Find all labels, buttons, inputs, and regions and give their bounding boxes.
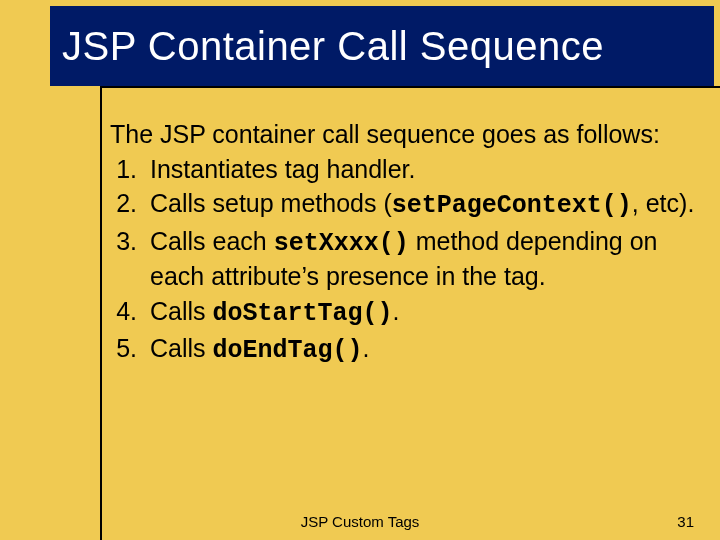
- list-item: Calls doStartTag().: [144, 295, 696, 331]
- list-item: Calls each setXxxx() method depending on…: [144, 225, 696, 293]
- slide: JSP Container Call Sequence The JSP cont…: [0, 0, 720, 540]
- item-text: .: [393, 297, 400, 325]
- code-text: setPageContext(): [392, 191, 632, 220]
- item-text: Calls each: [150, 227, 274, 255]
- item-text: .: [363, 334, 370, 362]
- item-text: Calls: [150, 334, 213, 362]
- code-text: doEndTag(): [213, 336, 363, 365]
- item-text: Calls: [150, 297, 213, 325]
- slide-title: JSP Container Call Sequence: [62, 24, 604, 69]
- code-text: doStartTag(): [213, 299, 393, 328]
- list-item: Calls setup methods (setPageContext(), e…: [144, 187, 696, 223]
- item-text: Instantiates tag handler.: [150, 155, 415, 183]
- intro-text: The JSP container call sequence goes as …: [110, 118, 696, 151]
- page-number: 31: [677, 513, 694, 530]
- body-content: The JSP container call sequence goes as …: [110, 118, 696, 370]
- list-item: Calls doEndTag().: [144, 332, 696, 368]
- code-text: setXxxx(): [274, 229, 409, 258]
- divider-vertical: [100, 86, 102, 540]
- footer-label: JSP Custom Tags: [0, 513, 720, 530]
- item-text: Calls setup methods (: [150, 189, 392, 217]
- sequence-list: Instantiates tag handler. Calls setup me…: [110, 153, 696, 368]
- item-text: , etc).: [632, 189, 695, 217]
- title-band: JSP Container Call Sequence: [50, 6, 714, 86]
- divider-horizontal: [100, 86, 720, 88]
- list-item: Instantiates tag handler.: [144, 153, 696, 186]
